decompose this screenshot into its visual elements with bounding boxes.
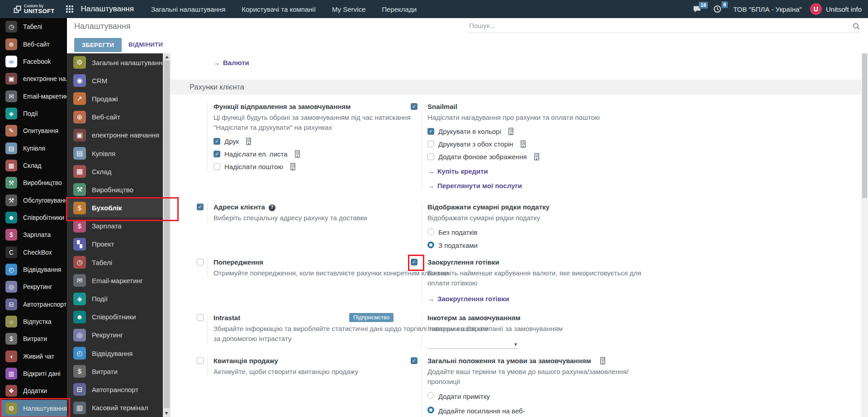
sidebar-scrollbar[interactable]: [163, 53, 171, 417]
top-menu-users-companies[interactable]: Користувачі та компанії: [242, 5, 316, 13]
search-input[interactable]: [468, 20, 845, 31]
help-icon[interactable]: ?: [269, 204, 275, 211]
sidebar-item-email-marketing[interactable]: ✉Email-маркетинг: [0, 87, 67, 104]
sidebar-item-elearning[interactable]: ▣електронне на...: [0, 70, 67, 87]
sale-receipt-checkbox[interactable]: [197, 357, 204, 364]
sidebar-item-expenses[interactable]: $Витрати: [0, 330, 67, 347]
sidebar-item-opendata[interactable]: ▥Відкриті дані: [0, 365, 67, 382]
unitsoft-logo[interactable]: Custom by UNITSOFT: [14, 4, 54, 14]
sidebar-item-inventory[interactable]: ▦Склад: [0, 157, 67, 174]
sidebar-item-timeoff[interactable]: ☼Відпустка: [0, 313, 67, 330]
duplex-checkbox[interactable]: [427, 141, 434, 147]
settings-nav-general[interactable]: ⚙Загальні налаштування: [67, 53, 163, 71]
print-color-checkbox[interactable]: [427, 128, 434, 135]
sidebar-item-timesheets[interactable]: ◷Табелі: [0, 18, 67, 35]
sidebar-item-apps[interactable]: ❖Додатки: [0, 382, 67, 399]
web-link-radio[interactable]: [427, 407, 434, 413]
settings-nav-email-marketing[interactable]: ✉Email-маркетинг: [67, 271, 163, 289]
sidebar-item-settings[interactable]: ⚙Налаштування: [0, 400, 67, 417]
cash-rounding-checkbox[interactable]: [411, 259, 417, 265]
user-menu[interactable]: Unitsoft info: [826, 5, 862, 13]
settings-nav-employees[interactable]: ☻Співробітники: [67, 308, 163, 326]
settings-nav-elearning[interactable]: ▣електронне навчання: [67, 126, 163, 144]
sidebar-item-manufacturing[interactable]: ⚒Виробництво: [0, 174, 67, 191]
enterprise-badge: Підприємство: [349, 313, 394, 322]
settings-nav-timesheets[interactable]: ◷Табелі: [67, 253, 163, 271]
sidebar-item-apps-label: Додатки: [23, 387, 47, 394]
settings-nav-inventory[interactable]: ▦Склад: [67, 162, 163, 180]
add-note-radio[interactable]: [427, 392, 434, 399]
snailmail-checkbox[interactable]: [411, 103, 417, 110]
top-menu-general-settings[interactable]: Загальні налаштування: [151, 5, 225, 13]
scroll-up-arrow[interactable]: [165, 56, 169, 58]
sidebar-item-fleet[interactable]: ⊟Автотранспорт: [0, 296, 67, 313]
company-switcher[interactable]: ТОВ "БПЛА - Україна": [733, 5, 802, 13]
send-post-checkbox[interactable]: [213, 163, 220, 170]
settings-nav-crm[interactable]: ◉CRM: [67, 71, 163, 90]
intrastat-checkbox[interactable]: [197, 314, 204, 321]
with-taxes-radio[interactable]: [427, 242, 434, 248]
no-taxes-radio[interactable]: [427, 228, 434, 235]
inventory-icon: ▦: [73, 165, 86, 178]
cover-bg-checkbox[interactable]: [427, 153, 434, 160]
page-scrollbar[interactable]: [861, 53, 868, 417]
terms-checkbox[interactable]: [411, 357, 417, 364]
send-email-checkbox[interactable]: [213, 151, 220, 157]
sidebar-item-attendance[interactable]: ◴Відвідування: [0, 261, 67, 278]
currencies-link[interactable]: →Валюти: [213, 59, 249, 66]
sidebar-scroll-thumb[interactable]: [164, 61, 170, 408]
avatar[interactable]: U: [810, 3, 822, 15]
incoterm-dropdown[interactable]: ▼: [427, 342, 518, 349]
settings-nav-expenses-label: Витрати: [92, 368, 118, 375]
settings-nav-website[interactable]: ⊕Веб-сайт: [67, 108, 163, 126]
print-checkbox[interactable]: [213, 138, 220, 145]
crm-icon: ◉: [73, 74, 86, 87]
addresses-checkbox[interactable]: [197, 204, 204, 210]
save-button[interactable]: ЗБЕРЕГТИ: [74, 38, 122, 52]
settings-nav-payroll[interactable]: $Зарплата: [67, 217, 163, 235]
buy-credits-link[interactable]: →Купіть кредити: [427, 167, 637, 175]
breadcrumb[interactable]: Налаштування: [74, 22, 130, 31]
messages-icon[interactable]: 18: [693, 5, 702, 13]
settings-nav-project[interactable]: ▚Проект: [67, 235, 163, 253]
sidebar-item-payroll[interactable]: $Зарплата: [0, 226, 67, 243]
sidebar-item-events[interactable]: ◈Події: [0, 105, 67, 122]
settings-nav-recruitment[interactable]: ◎Рекрутинг: [67, 326, 163, 344]
search-icon[interactable]: [853, 23, 860, 32]
current-app-name[interactable]: Налаштування: [81, 5, 134, 14]
settings-nav-elearning-label: електронне навчання: [92, 131, 159, 139]
sidebar-item-checkbox[interactable]: CCheckBox: [0, 243, 67, 261]
sidebar-item-recruitment[interactable]: ◎Рекрутинг: [0, 278, 67, 295]
settings-nav-purchase[interactable]: ▤Купівля: [67, 144, 163, 162]
company-building-icon: [520, 140, 526, 148]
settings-nav-fleet[interactable]: ⊟Автотранспорт: [67, 380, 163, 398]
check-row-cover-bg: Додати фонове зображення: [427, 153, 637, 161]
settings-nav-expenses[interactable]: $Витрати: [67, 362, 163, 380]
settings-nav-events[interactable]: ◈Події: [67, 289, 163, 308]
top-menu-my-service[interactable]: My Service: [332, 5, 365, 13]
setting-title: Відображати сумарні рядки податку: [427, 203, 637, 212]
top-menu-translations[interactable]: Переклади: [382, 5, 417, 13]
setting-desc: Визначіть найменше карбування валюти, як…: [427, 268, 646, 288]
sidebar-item-purchase[interactable]: ▤Купівля: [0, 139, 67, 156]
scroll-down-arrow[interactable]: [165, 412, 168, 415]
cancel-button[interactable]: ВІДМІНИТИ: [126, 41, 166, 48]
page-scroll-thumb[interactable]: [862, 53, 867, 198]
settings-nav-manufacturing-label: Виробництво: [92, 186, 133, 194]
warnings-checkbox[interactable]: [197, 259, 204, 265]
sidebar-item-facebook[interactable]: ∞Facebook: [0, 53, 67, 70]
sidebar-item-surveys[interactable]: ✎Опитування: [0, 122, 67, 139]
sidebar-item-maintenance[interactable]: ⚒Обслуговування: [0, 191, 67, 208]
sidebar-item-livechat[interactable]: ◖Живий чат: [0, 348, 67, 365]
settings-nav-sales[interactable]: ↗Продажі: [67, 90, 163, 108]
settings-nav-pos[interactable]: ▥Касовий термінал: [67, 399, 163, 417]
activities-icon[interactable]: 8: [713, 5, 721, 13]
apps-grid-icon[interactable]: [66, 5, 73, 13]
sidebar-item-employees[interactable]: ☻Співробітники: [0, 209, 67, 226]
settings-nav-attendance[interactable]: ◴Відвідування: [67, 344, 163, 362]
sidebar-item-website[interactable]: ⊕Веб-сайт: [0, 35, 67, 52]
cash-rounding-link[interactable]: →Заокруглення готівки: [427, 295, 646, 303]
view-services-link[interactable]: →Переглянути мої послуги: [427, 182, 637, 190]
settings-nav-manufacturing[interactable]: ⚒Виробництво: [67, 180, 163, 199]
settings-nav-accounting[interactable]: $Бухоблік: [67, 199, 163, 217]
